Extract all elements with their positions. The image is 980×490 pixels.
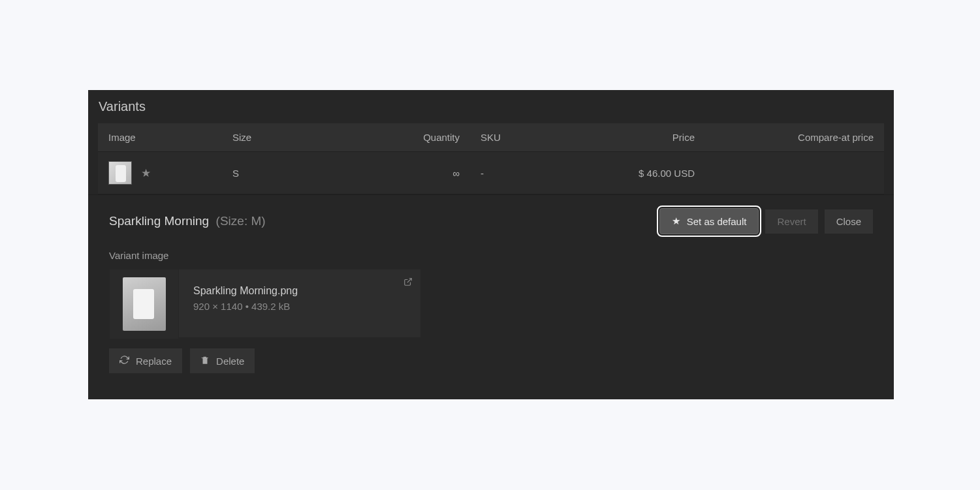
delete-label: Delete [216, 356, 244, 367]
svg-line-0 [407, 279, 411, 283]
image-preview-thumb [123, 277, 166, 331]
replace-label: Replace [136, 356, 172, 367]
variant-thumb [108, 161, 132, 185]
editor-header: Sparkling Morning (Size: M) ★ Set as def… [109, 208, 873, 234]
star-icon: ★ [672, 215, 680, 227]
variants-panel: Variants Image Size Quantity SKU Price C… [88, 90, 894, 399]
open-external-icon[interactable] [403, 277, 413, 288]
variant-editor: Sparkling Morning (Size: M) ★ Set as def… [88, 194, 894, 373]
image-file-meta: 920 × 1140 • 439.2 kB [193, 301, 406, 312]
col-price: Price [588, 123, 705, 151]
cell-compare [705, 151, 884, 194]
trash-icon [200, 356, 210, 367]
variant-title-group: Sparkling Morning (Size: M) [109, 214, 266, 228]
refresh-icon [119, 355, 129, 367]
image-preview [110, 269, 179, 339]
variant-image-card: Sparkling Morning.png 920 × 1140 • 439.2… [109, 269, 421, 338]
delete-button[interactable]: Delete [190, 348, 255, 373]
cell-image: ★ [98, 151, 222, 194]
variant-name: Sparkling Morning [109, 214, 209, 228]
variant-image-label: Variant image [109, 250, 873, 261]
variant-subtitle: (Size: M) [216, 214, 266, 228]
col-sku: SKU [470, 123, 588, 151]
table-row[interactable]: ★ S ∞ - $ 46.00 USD [98, 151, 884, 194]
set-default-label: Set as default [687, 216, 747, 227]
image-file-name: Sparkling Morning.png [193, 285, 406, 297]
cell-quantity: ∞ [379, 151, 470, 194]
image-actions: Replace Delete [109, 348, 873, 373]
section-title: Variants [88, 90, 894, 123]
cell-price: $ 46.00 USD [588, 151, 705, 194]
table-header-row: Image Size Quantity SKU Price Compare-at… [98, 123, 884, 151]
col-compare: Compare-at price [705, 123, 884, 151]
col-size: Size [222, 123, 379, 151]
set-default-button[interactable]: ★ Set as default [659, 208, 759, 234]
col-image: Image [98, 123, 222, 151]
replace-button[interactable]: Replace [109, 348, 182, 373]
cell-sku: - [470, 151, 588, 194]
variants-table: Image Size Quantity SKU Price Compare-at… [98, 123, 884, 194]
editor-actions: ★ Set as default Revert Close [659, 208, 873, 234]
revert-button[interactable]: Revert [765, 209, 817, 234]
cell-size: S [222, 151, 379, 194]
col-quantity: Quantity [379, 123, 470, 151]
star-icon: ★ [141, 166, 151, 180]
close-button[interactable]: Close [825, 209, 873, 234]
image-meta: Sparkling Morning.png 920 × 1140 • 439.2… [179, 269, 420, 337]
